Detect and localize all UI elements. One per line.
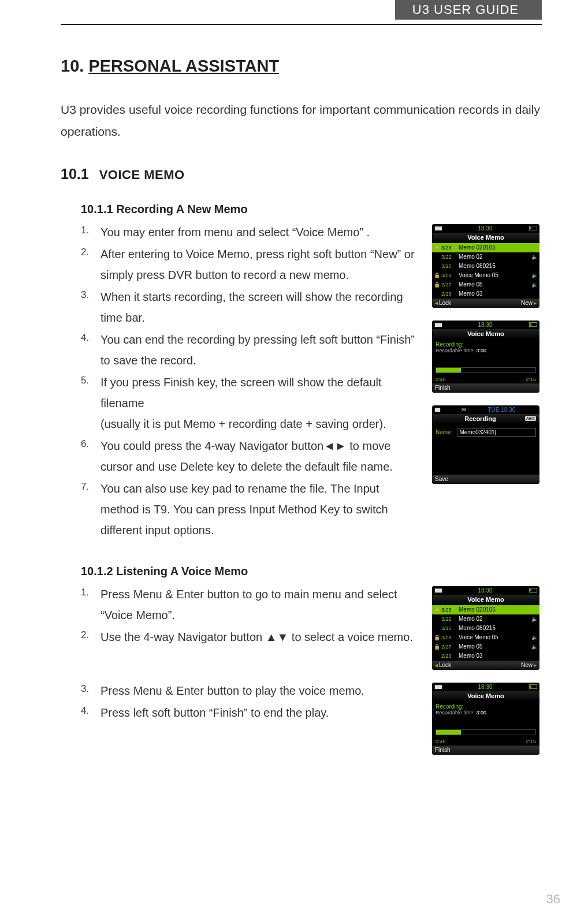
phone-mock-recording: ▮▮▮▮ 18:30 Voice Memo Recording: Recorda… xyxy=(432,321,539,393)
memo-row[interactable]: 🔒3/08Voice Memo 05🔈 xyxy=(432,633,539,642)
memo-name: Memo 02 xyxy=(459,616,529,622)
signal-icon: ▮▮▮▮ xyxy=(434,322,441,327)
memo-name: Memo 03 xyxy=(459,653,535,659)
memo-row[interactable]: 3/15Memo 080215 xyxy=(432,624,539,633)
memo-row[interactable]: 🔒3/23Memo 020105 xyxy=(432,243,539,252)
step: You could press the 4-way Navigator butt… xyxy=(81,435,418,477)
softkey-left[interactable]: Lock xyxy=(435,662,451,668)
filename-input[interactable]: Memo032401| xyxy=(457,428,536,437)
memo-date: 3/15 xyxy=(441,625,456,631)
memo-row[interactable]: 🔒3/23Memo 020105 xyxy=(432,605,539,614)
heading-10-1-2: 10.1.2 Listening A Voice Memo xyxy=(81,565,542,578)
memo-row[interactable]: 🔒3/08Voice Memo 05🔈 xyxy=(432,271,539,280)
signal-icon: ▮▮▮▮ xyxy=(434,684,441,690)
memo-name: Memo 020105 xyxy=(459,244,535,251)
memo-name: Memo 080215 xyxy=(459,263,535,269)
softkey-right[interactable]: New xyxy=(521,662,537,668)
status-time: 18:30 xyxy=(478,587,492,594)
subsection-heading-10-1: 10.1 VOICE MEMO xyxy=(61,166,542,182)
softkey-left[interactable]: Save xyxy=(435,476,448,482)
memo-row[interactable]: 2/26Memo 03 xyxy=(432,289,539,299)
phone-title: Voice Memo xyxy=(432,329,539,340)
h1-text: PERSONAL ASSISTANT xyxy=(88,57,279,75)
step: Use the 4-way Navigator button ▲▼ to sel… xyxy=(81,627,418,647)
lock-icon: 🔒 xyxy=(434,282,439,288)
memo-date: 2/27 xyxy=(441,644,456,650)
memo-row[interactable]: 3/15Memo 080215 xyxy=(432,262,539,271)
battery-icon xyxy=(529,684,537,689)
rectime-label: Recordable time: xyxy=(436,348,477,353)
page-number: 36 xyxy=(546,892,560,907)
section-heading-10: 10. PERSONAL ASSISTANT xyxy=(61,57,542,76)
rectime-value: 3:00 xyxy=(477,348,487,353)
step: Press Menu & Enter button to play the vo… xyxy=(81,680,418,701)
step-text: If you press Finish key, the screen will… xyxy=(101,376,382,409)
lock-icon: 🔒 xyxy=(434,644,439,650)
speaker-icon: 🔈 xyxy=(531,273,538,278)
memo-name: Memo 03 xyxy=(459,290,535,297)
memo-name: Memo 05 xyxy=(459,281,529,288)
speaker-icon: 🔈 xyxy=(531,616,538,622)
step: You may enter from menu and select “Voic… xyxy=(81,222,418,243)
h2-text: VOICE MEMO xyxy=(99,167,185,182)
memo-name: Voice Memo 05 xyxy=(459,634,529,640)
rectime-value: 3:00 xyxy=(477,710,487,716)
lock-icon: 🔒 xyxy=(434,607,439,613)
softkey-left[interactable]: Lock xyxy=(435,300,451,306)
softkey-right[interactable]: New xyxy=(521,300,537,306)
battery-icon xyxy=(529,588,537,593)
phone-title: Voice Memo xyxy=(432,595,539,605)
memo-row[interactable]: 2/26Memo 03 xyxy=(432,651,539,661)
signal-icon: ▮▮▮ xyxy=(434,407,440,412)
signal-icon: ▮▮▮▮ xyxy=(434,587,441,593)
battery-icon xyxy=(529,226,537,230)
progress-bar xyxy=(436,367,536,373)
status-time: 18:30 xyxy=(478,322,492,328)
envelope-icon: ✉ xyxy=(462,407,466,413)
memo-row[interactable]: 3/22Memo 02🔈 xyxy=(432,614,539,624)
steps-list-10-1-2b: Press Menu & Enter button to play the vo… xyxy=(81,680,418,723)
lock-icon: 🔒 xyxy=(434,273,439,278)
lock-icon: 🔒 xyxy=(434,245,439,251)
softkey-left[interactable]: Finish xyxy=(435,385,451,391)
softkey-left[interactable]: Finish xyxy=(435,747,451,753)
progress-bar xyxy=(436,729,536,735)
status-time: 18:30 xyxy=(478,225,492,232)
steps-list-10-1-2a: Press Menu & Enter button to go to main … xyxy=(81,584,418,647)
memo-name: Voice Memo 05 xyxy=(459,272,529,278)
status-time: 18:30 xyxy=(478,684,492,690)
memo-name: Memo 080215 xyxy=(459,625,535,631)
memo-date: 2/27 xyxy=(441,282,456,288)
memo-date: 2/26 xyxy=(441,653,456,659)
step-subtext: (usually it is put Memo + recording date… xyxy=(101,413,418,434)
memo-name: Memo 05 xyxy=(459,643,529,650)
battery-icon xyxy=(529,322,537,327)
step: Press left soft button “Finish” to end t… xyxy=(81,702,418,723)
speaker-icon: 🔈 xyxy=(531,635,538,640)
recording-label: Recording: xyxy=(432,702,539,710)
memo-name: Memo 02 xyxy=(459,254,529,260)
rectime-label: Recordable time: xyxy=(436,710,477,716)
memo-date: 3/22 xyxy=(441,254,456,260)
phone-title: Recording xyxy=(464,415,496,422)
h2-number: 10.1 xyxy=(61,166,89,182)
memo-row[interactable]: 3/22Memo 02🔈 xyxy=(432,252,539,262)
memo-date: 3/23 xyxy=(441,245,456,251)
memo-row[interactable]: 🔒2/27Memo 05🔈 xyxy=(432,280,539,289)
memo-date: 3/22 xyxy=(441,616,456,622)
speaker-icon: 🔈 xyxy=(531,644,538,650)
step: You can also use key pad to rename the f… xyxy=(81,478,418,541)
phone-title: Voice Memo xyxy=(432,691,539,702)
memo-row[interactable]: 🔒2/27Memo 05🔈 xyxy=(432,642,539,651)
steps-list-10-1-1: You may enter from menu and select “Voic… xyxy=(81,222,418,541)
signal-icon: ▮▮▮▮ xyxy=(434,225,441,231)
recordable-time: Recordable time: 3:00 xyxy=(432,710,539,720)
memo-date: 3/15 xyxy=(441,263,456,269)
lock-icon: 🔒 xyxy=(434,635,439,640)
recording-label: Recording: xyxy=(432,340,539,348)
remain-time: 2:15 xyxy=(526,377,536,382)
phone-mock-voice-memo-list: ▮▮▮▮ 18:30 Voice Memo 🔒3/23Memo 0201053/… xyxy=(432,224,539,308)
header-title: U3 USER GUIDE xyxy=(395,0,542,20)
recordable-time: Recordable time: 3:00 xyxy=(432,348,539,358)
memo-date: 2/26 xyxy=(441,291,456,297)
